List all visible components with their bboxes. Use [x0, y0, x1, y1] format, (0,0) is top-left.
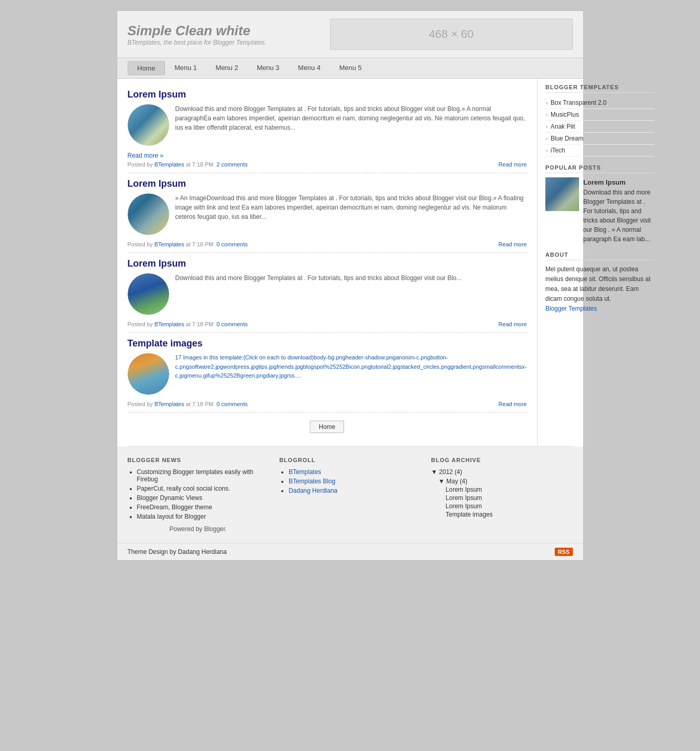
nav-menu5[interactable]: Menu 5: [330, 61, 371, 75]
sidebar-bt-link-3[interactable]: Anak Piit: [551, 123, 575, 130]
footer-br-item-3[interactable]: Dadang Herdiana: [289, 487, 421, 494]
rss-badge[interactable]: RSS: [555, 548, 573, 556]
post-3-title: Lorem Ipsum: [128, 258, 527, 269]
post-3: Lorem Ipsum Download this and more Blogg…: [128, 258, 527, 333]
post-1-read-more-right[interactable]: Read more: [499, 161, 527, 168]
header-left: Simple Clean white BTemplates, the best …: [128, 23, 267, 46]
footer-br-link-1[interactable]: BTemplates: [289, 468, 321, 476]
site-tagline: BTemplates, the best place for Blogger T…: [128, 39, 267, 46]
sidebar-about-heading: ABOUT: [545, 252, 654, 260]
archive-year-triangle: ▼: [431, 468, 437, 476]
header-ad: 468 × 60: [330, 19, 573, 50]
footer-bn-item-3: Blogger Dynamic Views: [137, 494, 269, 502]
sidebar-popular-posts: POPULAR POSTS Lorem Ipsum Download this …: [545, 164, 654, 244]
post-2-image-circle: [128, 193, 169, 235]
post-3-read-more-right[interactable]: Read more: [499, 321, 527, 327]
template-read-more[interactable]: Read more: [499, 401, 527, 407]
sidebar-bt-link-5[interactable]: iTech: [551, 147, 565, 154]
home-button[interactable]: Home: [310, 421, 344, 433]
template-body: 17 Images in this template:(Click on eac…: [128, 353, 527, 395]
home-button-wrap: Home: [128, 413, 527, 441]
sidebar-bt-list: Box Transparent 2.0 MusicPlus Anak Piit …: [545, 97, 654, 157]
post-1-image: [128, 104, 169, 146]
footer-br-link-2[interactable]: BTemplates Blog: [289, 478, 335, 485]
post-2-image: [128, 193, 169, 235]
post-3-image: [128, 273, 169, 315]
post-3-body: Download this and more Blogger Templates…: [128, 273, 527, 315]
post-2-text: » An ImageDownload this and more Blogger…: [175, 193, 527, 235]
post-1-text: Download this and more Blogger Templates…: [175, 104, 527, 146]
footer-bn-list: Customizing Blogger templates easily wit…: [128, 468, 269, 520]
post-1-title: Lorem Ipsum: [128, 89, 527, 100]
popular-text-1: Lorem Ipsum Download this and more Blogg…: [583, 177, 654, 244]
footer-credit: Theme Design by Dadang Herdiana: [128, 548, 227, 555]
archive-month-triangle: ▼: [438, 478, 445, 485]
sidebar-bt-item-3[interactable]: Anak Piit: [545, 121, 654, 133]
content-area: Lorem Ipsum Download this and more Blogg…: [117, 79, 538, 446]
sidebar-bt-item-1[interactable]: Box Transparent 2.0: [545, 97, 654, 109]
footer-br-item-2[interactable]: BTemplates Blog: [289, 478, 421, 485]
footer-br-item-1[interactable]: BTemplates: [289, 468, 421, 476]
sidebar-bt-heading: BLOGGER TEMPLATES: [545, 84, 654, 93]
archive-item-4: Template images: [431, 511, 573, 518]
post-2-meta: Posted by BTemplates at 7:18 PM 0 commen…: [128, 241, 248, 247]
sidebar-bt-link-1[interactable]: Box Transparent 2.0: [551, 99, 607, 106]
post-1-comments[interactable]: 2 comments: [216, 161, 248, 168]
post-2-read-more-right[interactable]: Read more: [499, 241, 527, 247]
post-1-body: Download this and more Blogger Templates…: [128, 104, 527, 146]
post-2-title: Lorem Ipsum: [128, 178, 527, 189]
post-1-author[interactable]: BTemplates: [154, 161, 184, 168]
post-1-footer: Posted by BTemplates at 7:18 PM 2 commen…: [128, 159, 527, 168]
footer-br-link-3[interactable]: Dadang Herdiana: [289, 487, 337, 494]
nav-menu4[interactable]: Menu 4: [289, 61, 330, 75]
nav-menu1[interactable]: Menu 1: [165, 61, 206, 75]
footer-blogroll: BLOGROLL BTemplates BTemplates Blog Dada…: [279, 457, 421, 533]
sidebar: BLOGGER TEMPLATES Box Transparent 2.0 Mu…: [538, 79, 662, 446]
footer: BLOGGER NEWS Customizing Blogger templat…: [117, 447, 583, 543]
template-comments[interactable]: 0 comments: [216, 401, 248, 407]
nav-menu2[interactable]: Menu 2: [207, 61, 248, 75]
archive-month-may: ▼ May (4): [431, 478, 573, 485]
footer-bottom: Theme Design by Dadang Herdiana RSS: [117, 543, 583, 560]
post-2-body: » An ImageDownload this and more Blogger…: [128, 193, 527, 235]
site-title: Simple Clean white: [128, 23, 267, 39]
sidebar-about-link[interactable]: Blogger Templates: [545, 305, 597, 312]
sidebar-bt-link-2[interactable]: MusicPlus: [551, 111, 579, 118]
footer-ba-heading: BLOG ARCHIVE: [431, 457, 573, 463]
post-3-image-circle: [128, 273, 169, 315]
powered-by: Powered by Blogger.: [128, 525, 269, 533]
post-1-meta: Posted by BTemplates at 7:18 PM 2 commen…: [128, 161, 248, 168]
template-author[interactable]: BTemplates: [154, 401, 184, 407]
popular-thumb-1: [545, 177, 579, 211]
footer-bn-item-2: PaperCut, really cool social icons.: [137, 485, 269, 492]
post-3-author[interactable]: BTemplates: [154, 321, 184, 327]
popular-desc-1: Download this and more Blogger Templates…: [583, 189, 651, 243]
nav: Home Menu 1 Menu 2 Menu 3 Menu 4 Menu 5: [117, 58, 583, 79]
post-1-read-more-link[interactable]: Read more »: [128, 152, 163, 159]
sidebar-about: ABOUT Mel putent quaeque an, ut postea m…: [545, 252, 654, 314]
nav-home[interactable]: Home: [128, 61, 166, 75]
archive-item-2: Lorem Ipsum: [431, 494, 573, 502]
footer-br-heading: BLOGROLL: [279, 457, 421, 463]
sidebar-bt-item-5[interactable]: iTech: [545, 145, 654, 157]
sidebar-bt-item-4[interactable]: Blue Dream: [545, 133, 654, 145]
sidebar-blogger-templates: BLOGGER TEMPLATES Box Transparent 2.0 Mu…: [545, 84, 654, 157]
popular-post-1: Lorem Ipsum Download this and more Blogg…: [545, 177, 654, 244]
post-2-author[interactable]: BTemplates: [154, 241, 184, 247]
post-3-comments[interactable]: 0 comments: [216, 321, 248, 327]
post-2: Lorem Ipsum » An ImageDownload this and …: [128, 178, 527, 253]
sidebar-bt-item-2[interactable]: MusicPlus: [545, 109, 654, 121]
post-2-comments[interactable]: 0 comments: [216, 241, 248, 247]
sidebar-about-text: Mel putent quaeque an, ut postea melius …: [545, 265, 654, 314]
template-section-title: Template images: [128, 338, 527, 349]
post-3-meta: Posted by BTemplates at 7:18 PM 0 commen…: [128, 321, 248, 327]
sidebar-pp-heading: POPULAR POSTS: [545, 164, 654, 173]
post-1-image-circle: [128, 104, 169, 146]
post-3-text: Download this and more Blogger Templates…: [175, 273, 462, 315]
footer-bn-item-4: FreeDream, Blogger theme: [137, 504, 269, 511]
sidebar-bt-link-4[interactable]: Blue Dream: [551, 135, 583, 142]
archive-item-1: Lorem Ipsum: [431, 486, 573, 493]
nav-menu3[interactable]: Menu 3: [248, 61, 289, 75]
archive-year-2012: ▼ 2012 (4): [431, 468, 573, 476]
popular-title-1: Lorem Ipsum: [583, 177, 654, 188]
